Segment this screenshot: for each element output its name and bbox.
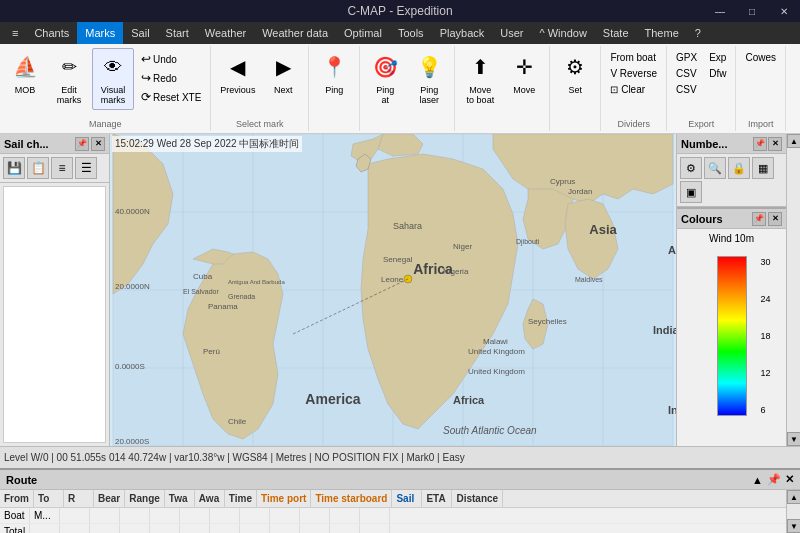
- dividers-label: Dividers: [617, 119, 650, 129]
- sail-chart-content: [3, 186, 106, 443]
- scroll-down-button[interactable]: ▼: [787, 432, 800, 446]
- mob-icon: ⛵: [9, 51, 41, 83]
- cell-distance: [360, 508, 390, 523]
- menu-weather-data[interactable]: Weather data: [254, 22, 336, 44]
- next-button[interactable]: ▶ Next: [262, 48, 304, 110]
- minimize-button[interactable]: —: [704, 0, 736, 22]
- previous-button[interactable]: ◀ Previous: [215, 48, 260, 110]
- number-panel-close[interactable]: ✕: [768, 137, 782, 151]
- menu-start[interactable]: Start: [158, 22, 197, 44]
- route-scroll-down[interactable]: ▼: [787, 519, 800, 533]
- col-to: To: [34, 490, 64, 507]
- sail-copy-button[interactable]: 📋: [27, 157, 49, 179]
- menu-state[interactable]: State: [595, 22, 637, 44]
- edit-marks-button[interactable]: ✏ Editmarks: [48, 48, 90, 110]
- map-area[interactable]: 15:02:29 Wed 28 Sep 2022 中国标准时间: [110, 134, 676, 446]
- ribbon: ⛵ MOB ✏ Editmarks 👁 Visualmarks ↩ Undo ↪…: [0, 44, 800, 134]
- cowes-button[interactable]: Cowes: [740, 50, 781, 65]
- menu-sail[interactable]: Sail: [123, 22, 157, 44]
- mob-label: MOB: [15, 85, 36, 95]
- menu-theme[interactable]: Theme: [637, 22, 687, 44]
- menu-playback[interactable]: Playback: [432, 22, 493, 44]
- menu-marks[interactable]: Marks: [77, 22, 123, 44]
- v-reverse-button[interactable]: V Reverse: [605, 66, 662, 81]
- ribbon-group-manage: ⛵ MOB ✏ Editmarks 👁 Visualmarks ↩ Undo ↪…: [0, 46, 211, 131]
- scale-val-24: 24: [760, 294, 770, 304]
- num-lock-button[interactable]: 🔒: [728, 157, 750, 179]
- svg-text:Jordan: Jordan: [568, 187, 592, 196]
- colours-close[interactable]: ✕: [768, 212, 782, 226]
- visual-marks-button[interactable]: 👁 Visualmarks: [92, 48, 134, 110]
- move-to-boat-button[interactable]: ⬆ Moveto boat: [459, 48, 501, 110]
- clear-button[interactable]: ⊡ Clear: [605, 82, 662, 97]
- mob-button[interactable]: ⛵ MOB: [4, 48, 46, 110]
- close-button[interactable]: ✕: [768, 0, 800, 22]
- move-button[interactable]: ✛ Move: [503, 48, 545, 110]
- table-row: Total: [0, 524, 786, 533]
- svg-text:Asia: Asia: [589, 222, 617, 237]
- import-label: Import: [748, 119, 774, 129]
- menu-tools[interactable]: Tools: [390, 22, 432, 44]
- colours-pin[interactable]: 📌: [752, 212, 766, 226]
- num-grid-button[interactable]: ▦: [752, 157, 774, 179]
- from-boat-button[interactable]: From boat: [605, 50, 662, 65]
- menu-chants[interactable]: Chants: [26, 22, 77, 44]
- reset-xte-label: Reset XTE: [153, 92, 201, 103]
- route-scrollbar: ▲ ▼: [786, 490, 800, 533]
- dfw-button[interactable]: Dfw: [704, 66, 731, 81]
- colour-scale: 30 24 18 12 6: [717, 256, 747, 416]
- ping-laser-button[interactable]: 💡 Pinglaser: [408, 48, 450, 110]
- scale-val-12: 12: [760, 368, 770, 378]
- svg-text:Sahara: Sahara: [393, 221, 422, 231]
- exp-button[interactable]: Exp: [704, 50, 731, 65]
- cell-twa: [150, 508, 180, 523]
- svg-text:20.0000S: 20.0000S: [115, 437, 149, 446]
- csv1-button[interactable]: CSV: [671, 66, 702, 81]
- route-close[interactable]: ✕: [785, 473, 794, 486]
- menu-weather[interactable]: Weather: [197, 22, 254, 44]
- menu-help[interactable]: ?: [687, 22, 709, 44]
- num-settings-button[interactable]: ⚙: [680, 157, 702, 179]
- redo-button[interactable]: ↪ Redo: [136, 69, 206, 87]
- sail-chart-pin[interactable]: 📌: [75, 137, 89, 151]
- sail-save-button[interactable]: 💾: [3, 157, 25, 179]
- sail-menu-button[interactable]: ≡: [51, 157, 73, 179]
- route-pin[interactable]: 📌: [767, 473, 781, 486]
- exp-label: Exp: [709, 52, 726, 63]
- svg-text:Djibouti: Djibouti: [516, 238, 540, 246]
- ribbon-group-import: Cowes Import: [736, 46, 786, 131]
- menu-optimal[interactable]: Optimal: [336, 22, 390, 44]
- maximize-button[interactable]: □: [736, 0, 768, 22]
- route-scroll-up[interactable]: ▲: [787, 490, 800, 504]
- csv2-label: CSV: [676, 84, 697, 95]
- number-panel-pin[interactable]: 📌: [753, 137, 767, 151]
- svg-text:Leone: Leone: [381, 275, 404, 284]
- menu-window[interactable]: ^ Window: [532, 22, 595, 44]
- csv2-button[interactable]: CSV: [671, 82, 702, 97]
- num-search-button[interactable]: 🔍: [704, 157, 726, 179]
- sail-chart-close[interactable]: ✕: [91, 137, 105, 151]
- reset-xte-button[interactable]: ⟳ Reset XTE: [136, 88, 206, 106]
- set-content: ⚙ Set: [554, 48, 596, 127]
- set-button[interactable]: ⚙ Set: [554, 48, 596, 110]
- ping-button[interactable]: 📍 Ping: [313, 48, 355, 110]
- hamburger-menu[interactable]: ≡: [4, 22, 26, 44]
- scroll-up-button[interactable]: ▲: [787, 134, 800, 148]
- previous-icon: ◀: [222, 51, 254, 83]
- route-panel: Route ▲ 📌 ✕ From To R Bear Range Twa Awa…: [0, 468, 800, 533]
- gpx-button[interactable]: GPX: [671, 50, 702, 65]
- ping-at-button[interactable]: 🎯 Pingat: [364, 48, 406, 110]
- number-toolbar: ⚙ 🔍 🔒 ▦ ▣: [677, 154, 786, 207]
- undo-button[interactable]: ↩ Undo: [136, 50, 206, 68]
- select-mark-label: Select mark: [236, 119, 284, 129]
- sail-list-button[interactable]: ☰: [75, 157, 97, 179]
- num-table-button[interactable]: ▣: [680, 181, 702, 203]
- sail-chart-panel: Sail ch... 📌 ✕ 💾 📋 ≡ ☰: [0, 134, 110, 446]
- map-scrollbar: ▲ ▼: [786, 134, 800, 446]
- gpx-label: GPX: [676, 52, 697, 63]
- route-expand[interactable]: ▲: [752, 474, 763, 486]
- undo-icon: ↩: [141, 52, 151, 66]
- route-scroll-track: [787, 504, 800, 519]
- svg-text:Panama: Panama: [208, 302, 238, 311]
- menu-user[interactable]: User: [492, 22, 531, 44]
